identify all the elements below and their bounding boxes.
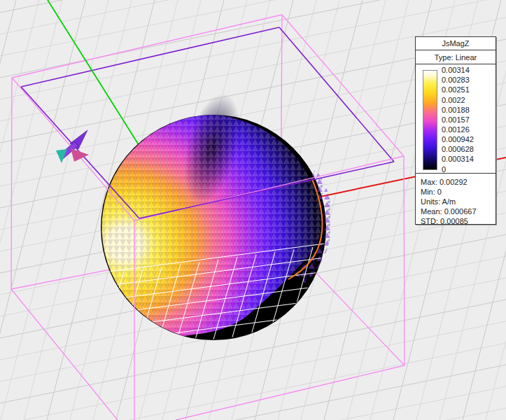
scale-label: 0.00314 xyxy=(442,66,470,74)
stat-line: STD: 0.00085 xyxy=(421,216,496,226)
colorbar-scale-labels: 0.003140.002830.002510.00220.001880.0015… xyxy=(442,64,496,173)
scale-label: 0.00157 xyxy=(442,116,470,124)
scale-label: 0.000942 xyxy=(442,136,474,144)
scale-label: 0.000628 xyxy=(442,146,474,153)
stat-line: Max: 0.00292 xyxy=(421,177,496,187)
stat-line: Mean: 0.000667 xyxy=(421,206,496,216)
stat-line: Min: 0 xyxy=(421,187,496,197)
legend-scale-type: Type: Linear xyxy=(415,50,496,64)
stat-line: Units: A/m xyxy=(421,197,496,206)
scale-label: 0 xyxy=(442,166,446,174)
legend-statistics: Max: 0.00292Min: 0Units: A/mMean: 0.0006… xyxy=(415,173,496,225)
scale-label: 0.0022 xyxy=(442,97,465,104)
scale-label: 0.00188 xyxy=(442,106,470,114)
legend-title: JsMagZ xyxy=(415,36,496,50)
scale-label: 0.00251 xyxy=(442,86,470,94)
scale-label: 0.000314 xyxy=(442,155,474,163)
scale-label: 0.00283 xyxy=(442,76,470,84)
colorbar xyxy=(423,70,437,170)
legend-panel[interactable]: JsMagZ Type: Linear 0.003140.002830.0025… xyxy=(415,36,496,225)
simulation-viewport[interactable]: JsMagZ Type: Linear 0.003140.002830.0025… xyxy=(0,0,506,420)
legend-colorbar-section: 0.003140.002830.002510.00220.001880.0015… xyxy=(415,64,496,174)
scale-label: 0.00126 xyxy=(442,126,470,134)
